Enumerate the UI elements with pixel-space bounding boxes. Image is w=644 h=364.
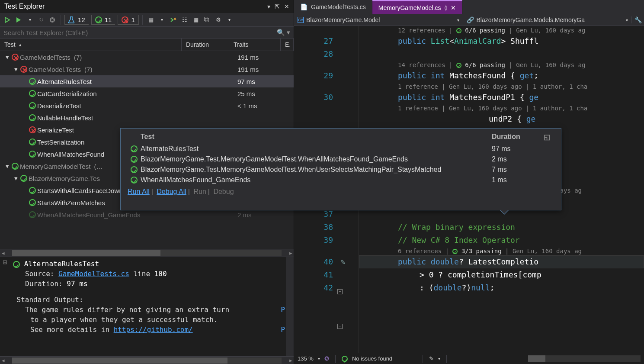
repeat-button[interactable]: ↻ [36,15,46,25]
collapse-icon[interactable]: ⊟ [3,259,7,265]
settings-dropdown[interactable]: ▾ [225,15,234,25]
run-button[interactable] [14,15,23,25]
popup-col-duration: Duration [492,133,544,141]
popup-test-row[interactable]: AlternateRulesTest97 ms [121,144,561,154]
col-e[interactable]: E. [281,39,294,51]
detail-h-scrollbar[interactable]: ◂ ▸ [0,356,294,364]
source-file-link[interactable]: GameModelTests.cs [58,270,129,278]
expand-icon[interactable]: ▾ [13,174,19,182]
pass-icon [131,156,138,163]
col-test[interactable]: Test▲ [0,39,182,51]
pass-icon [29,187,36,194]
pin-icon[interactable]: ⟠ [445,5,447,11]
pass-icon [29,114,36,121]
expand-icon[interactable]: ▾ [13,65,19,73]
tab-memorygamemodel[interactable]: MemoryGameModel.cs ⟠ ✕ [372,0,462,14]
pin-icon[interactable]: ⇱ [275,3,280,10]
test-name: AlternateRulesTest [37,78,237,85]
col-duration[interactable]: Duration [182,39,229,51]
column-headers: Test▲ Duration Traits E. [0,38,294,51]
pass-icon [131,145,138,152]
debug-all-link[interactable]: Debug All [157,188,186,195]
playlist-button[interactable]: ▤ [146,15,156,25]
columns-button[interactable]: ▦ [191,15,201,25]
fold-icon[interactable]: − [337,324,343,329]
run-failed-button[interactable] [169,15,178,25]
search-input[interactable] [3,29,277,36]
expand-icon[interactable]: ▾ [4,162,10,170]
pass-icon [20,175,27,182]
intellicode-icon[interactable]: ✪ [324,355,329,362]
pass-icon [131,166,138,173]
pass-icon [29,199,36,206]
codelens[interactable]: 6 references | 3/3 passing | Gen Lu, 160… [398,247,644,255]
breadcrumb-class[interactable]: 🔗BlazorMemoryGame.Models.MemoryGa▾ [463,16,632,23]
codelens[interactable]: 14 references | 6/6 passing | Gen Lu, 16… [398,61,644,69]
zoom-dropdown[interactable]: ▾ [318,356,320,361]
test-explorer-title: Test Explorer [4,3,45,10]
test-row[interactable]: DeserializeTest< 1 ms [0,100,294,112]
test-name: WhenAllMatchesFound_GameEnds [37,211,237,219]
group-button[interactable]: ☷ [180,15,189,25]
popup-test-name: BlazorMemoryGame.Test.MemoryGameModelTes… [141,155,492,163]
fail-icon [29,126,36,133]
run-all-button[interactable] [3,15,12,25]
test-group-row[interactable]: ▾GameModel.Tests (7)191 ms [0,63,294,75]
popup-test-row[interactable]: WhenAllMatchesFound_GameEnds1 ms [121,175,561,185]
fail-icon [20,66,27,73]
search-icon[interactable]: 🔍 ▾ [277,29,290,36]
pass-icon [29,211,36,218]
codelens[interactable]: 1 reference | Gen Lu, 160 days ago | 1 a… [398,82,644,91]
pass-tests-pill[interactable]: 11 [91,15,115,25]
detail-v-scrollbar[interactable] [286,257,294,356]
wrench-icon[interactable]: 🔧 [632,16,644,23]
popup-test-row[interactable]: BlazorMemoryGame.Test.MemoryGameModelTes… [121,154,561,164]
test-group-row[interactable]: ▾GameModelTests (7)191 ms [0,51,294,63]
stop-button[interactable] [48,15,57,25]
editor-h-scrollbar[interactable] [528,355,641,362]
expand-button[interactable]: ⿻ [202,15,212,25]
fail-icon [12,54,19,61]
pass-icon [131,177,138,184]
tab-gamemodeltests[interactable]: 📄 GameModelTests.cs [294,0,372,14]
breadcrumb-namespace[interactable]: C#BlazorMemoryGame.Model▾ [294,16,463,23]
popup-test-row[interactable]: BlazorMemoryGame.Test.MemoryGameModelTes… [121,164,561,175]
test-row[interactable]: AlternateRulesTest97 ms [0,75,294,87]
playlist-dropdown[interactable]: ▾ [157,15,167,25]
fail-tests-pill[interactable]: 1 [118,15,138,25]
test-results-popup: Test Duration ◱ AlternateRulesTest97 msB… [120,128,561,210]
zoom-level[interactable]: 135 % [298,355,314,362]
pass-icon [29,90,36,97]
pass-icon [29,102,36,109]
total-tests-pill[interactable]: 12 [64,15,89,25]
fold-icon[interactable]: − [337,289,343,294]
close-tab-icon[interactable]: ✕ [451,4,456,11]
settings-button[interactable]: ⚙ [214,15,223,25]
class-icon: 🔗 [467,16,474,23]
test-row[interactable]: NullableHandleTest [0,112,294,124]
tree-h-scrollbar[interactable]: ◂ ▸ [0,249,294,257]
popup-test-duration: 7 ms [492,166,554,174]
run-dropdown[interactable]: ▾ [25,15,35,25]
brush-icon[interactable]: ✎ [429,355,434,362]
stdout-link[interactable]: https://github.com/ [114,325,193,334]
popout-icon[interactable]: ◱ [544,133,554,141]
close-icon[interactable]: ✕ [284,3,289,10]
test-row[interactable]: WhenAllMatchesFound_GameEnds2 ms [0,209,294,221]
col-traits[interactable]: Traits [229,39,281,51]
codelens[interactable]: 1 reference | Gen Lu, 160 days ago | 1 a… [398,104,644,113]
brush-icon[interactable]: ✎ [340,257,345,266]
codelens[interactable]: 12 references | 6/6 passing | Gen Lu, 16… [398,26,644,35]
popup-test-duration: 2 ms [492,155,554,163]
test-row[interactable]: CatCardSerialization25 ms [0,87,294,100]
issues-text[interactable]: No issues found [352,355,392,362]
pass-icon [12,163,19,170]
test-duration: 191 ms [237,54,289,61]
test-detail-pane: ⊟ AlternateRulesTest Source: GameModelTe… [0,257,294,356]
expand-icon[interactable]: ▾ [4,53,10,61]
popup-test-duration: 97 ms [492,145,554,153]
dropdown-icon[interactable]: ▾ [267,3,270,10]
fail-icon [122,16,128,23]
run-all-link[interactable]: Run All [128,188,150,195]
csharp-file-icon: 📄 [300,3,308,10]
